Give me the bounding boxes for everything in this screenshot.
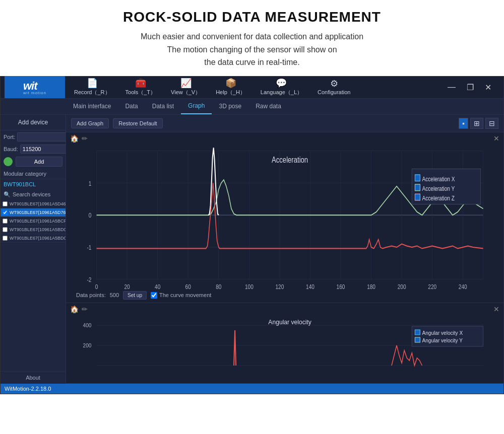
sidebar: Add device Port: Baud: Add Modular categ…	[1, 115, 66, 384]
svg-rect-41	[415, 184, 420, 191]
svg-text:200: 200	[398, 283, 406, 290]
port-label: Port:	[4, 134, 15, 140]
toolbar-icons: 📄 Record（_R） 🧰 Tools（_T） 📈 View（_V） 📦 He…	[65, 77, 444, 98]
chart-close-2[interactable]: ✕	[493, 305, 499, 313]
device-item-1[interactable]: WT901BLE67(10961A5D4648)	[1, 200, 66, 208]
svg-text:160: 160	[337, 283, 345, 290]
modular-category: Modular category	[1, 169, 66, 179]
svg-text:220: 220	[428, 283, 436, 290]
svg-text:60: 60	[185, 283, 191, 290]
data-points-value: 500	[110, 292, 119, 298]
minimize-button[interactable]: —	[444, 82, 460, 93]
add-device-button[interactable]: Add device	[1, 115, 66, 130]
chart-move-icon-1[interactable]: 🏠	[70, 134, 79, 142]
toolbar-help[interactable]: 📦 Help（_H）	[212, 77, 249, 98]
svg-text:240: 240	[459, 283, 467, 290]
curve-movement-checkbox[interactable]	[151, 292, 157, 299]
svg-rect-54	[412, 326, 483, 346]
main-area: Add device Port: Baud: Add Modular categ…	[1, 115, 503, 384]
record-icon: 📄	[87, 79, 98, 88]
chart-move-icon-2[interactable]: 🏠	[70, 305, 79, 313]
svg-text:Acceleration: Acceleration	[272, 155, 308, 164]
setup-button[interactable]: Set up	[123, 291, 147, 300]
device-checkbox-3[interactable]	[3, 219, 8, 224]
curve-movement-label: The curve movement	[159, 292, 211, 298]
chart-edit-icon-1[interactable]: ✏	[82, 134, 88, 142]
language-icon: 💬	[276, 79, 287, 88]
svg-rect-39	[415, 175, 420, 181]
tab-data[interactable]: Data	[118, 98, 145, 114]
svg-text:20: 20	[124, 283, 130, 290]
search-icon: 🔍	[4, 191, 11, 198]
device-item-4[interactable]: WT901BLE67(10961A5BD089)	[1, 226, 66, 234]
svg-rect-55	[415, 330, 420, 335]
search-devices[interactable]: 🔍 Search devices	[1, 189, 66, 200]
device-name: BWT901BCL	[1, 179, 66, 189]
help-icon: 📦	[225, 79, 236, 88]
device-label-5: WT901BLE67(10961A5BD034)	[10, 236, 66, 241]
svg-rect-43	[415, 194, 420, 200]
baud-row: Baud:	[1, 143, 66, 155]
acceleration-chart-svg: 1 0 -1 -2 0 20 40 60 80 100 120	[66, 144, 503, 299]
tab-main-interface[interactable]: Main interface	[66, 98, 118, 114]
marketing-subtitle: Much easier and convenient for data coll…	[10, 30, 494, 69]
chart-container-1: 1 0 -1 -2 0 20 40 60 80 100 120	[66, 144, 503, 299]
svg-text:Acceleration X: Acceleration X	[422, 175, 455, 182]
toolbar-record[interactable]: 📄 Record（_R）	[70, 77, 114, 98]
svg-text:-2: -2	[87, 276, 91, 283]
device-item-5[interactable]: WT901BLE67(10961A5BD034)	[1, 234, 66, 243]
close-button[interactable]: ✕	[481, 82, 495, 93]
baud-label: Baud:	[4, 146, 18, 152]
view-grid2-button[interactable]: ⊞	[470, 118, 483, 129]
version-text: WitMotion-2.2.18.0	[5, 386, 51, 392]
about-button[interactable]: About	[1, 371, 66, 384]
svg-rect-57	[415, 337, 420, 342]
chart-panels: 🏠 ✏ ✕	[66, 132, 503, 384]
restore-default-button[interactable]: Restore Default	[113, 118, 162, 128]
svg-text:180: 180	[367, 283, 375, 290]
chart-panel-acceleration: 🏠 ✏ ✕	[66, 132, 503, 303]
toolbar-language[interactable]: 💬 Language（_L）	[257, 77, 306, 98]
chart-close-1[interactable]: ✕	[493, 134, 499, 142]
device-checkbox-5[interactable]	[3, 236, 8, 241]
chart-edit-icon-2[interactable]: ✏	[82, 305, 88, 313]
app-window: wit wit motion 📄 Record（_R） 🧰 Tools（_T） …	[0, 76, 504, 394]
device-list: WT901BLE67(10961A5D4648) WT901BLE67(1096…	[1, 200, 66, 371]
window-controls: — ❐ ✕	[444, 82, 499, 93]
tab-3d-pose[interactable]: 3D pose	[212, 98, 248, 114]
tab-data-list[interactable]: Data list	[145, 98, 181, 114]
graph-toolbar: Add Graph Restore Default ▪ ⊞ ⊟	[66, 115, 503, 132]
toolbar-tools[interactable]: 🧰 Tools（_T）	[121, 77, 160, 98]
device-checkbox-4[interactable]	[3, 227, 8, 232]
svg-text:40: 40	[155, 283, 160, 290]
view-grid3-button[interactable]: ⊟	[485, 118, 498, 129]
angular-chart-svg: 400 200 Angular velocity	[66, 315, 503, 376]
maximize-button[interactable]: ❐	[463, 82, 478, 93]
device-checkbox-1[interactable]	[3, 201, 8, 206]
view-icon: 📈	[180, 79, 192, 88]
chart-footer-1: Data points: 500 Set up The curve moveme…	[66, 290, 503, 301]
marketing-section: ROCK-SOLID DATA MEASUREMENT Much easier …	[0, 0, 504, 76]
toolbar-configuration[interactable]: ⚙ Configuration	[313, 77, 354, 97]
nav-tabs-row: Main interface Data Data list Graph 3D p…	[1, 99, 503, 115]
svg-text:200: 200	[83, 343, 92, 348]
device-item-3[interactable]: WT901BLE67(10961A5BCFF1)	[1, 217, 66, 226]
title-bar: wit wit motion 📄 Record（_R） 🧰 Tools（_T） …	[1, 77, 503, 99]
device-label-2: WT901BLE67(10961A5D76D3)	[10, 210, 66, 215]
add-graph-button[interactable]: Add Graph	[71, 118, 109, 128]
toolbar-view[interactable]: 📈 View（_V）	[167, 77, 205, 98]
chart-panel-header-1: 🏠 ✏	[66, 132, 503, 144]
device-checkbox-2[interactable]	[3, 210, 8, 215]
add-connection-button[interactable]: Add	[16, 157, 62, 167]
svg-text:140: 140	[306, 283, 314, 290]
logo-area: wit wit motion	[5, 76, 65, 98]
device-item-2[interactable]: WT901BLE67(10961A5D76D3)	[1, 208, 66, 217]
svg-text:0: 0	[95, 283, 98, 290]
tab-graph[interactable]: Graph	[181, 98, 212, 114]
connect-indicator	[4, 157, 13, 166]
tab-raw-data[interactable]: Raw data	[248, 98, 288, 114]
view-single-button[interactable]: ▪	[459, 118, 468, 129]
device-label-3: WT901BLE67(10961A5BCFF1)	[10, 219, 66, 224]
search-devices-label: Search devices	[13, 191, 50, 197]
chart-panel-header-2: 🏠 ✏	[66, 303, 503, 315]
